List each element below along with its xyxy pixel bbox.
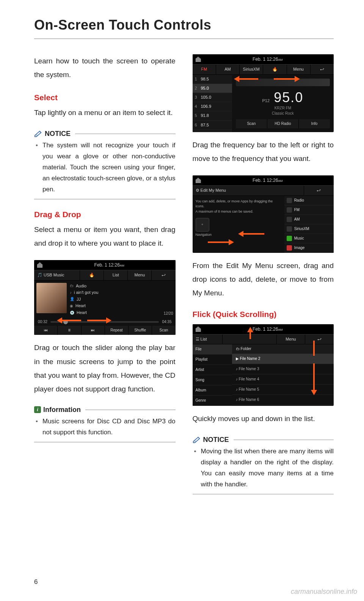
back-icon: ⮐ [152, 270, 175, 280]
track-counter: 12/20 [163, 311, 173, 316]
edit-menu-screenshot: Feb. 1 12:26AM ⚙ Edit My Menu ⮐ You can … [193, 175, 334, 253]
category-genre: Genre [193, 396, 232, 406]
arrow-right-icon [229, 239, 234, 245]
arrow-left-icon [238, 231, 243, 237]
pause-button: ⏸ [58, 326, 81, 335]
back-icon: ⮐ [305, 334, 334, 344]
station-name: KRZR FM [236, 106, 330, 111]
category-playlist: Playlist [193, 355, 232, 365]
notice-label: NOTICE [45, 130, 71, 138]
scan-button: Scan [236, 119, 267, 128]
source-label: 🎵 USB Music [34, 270, 80, 280]
fire-icon: 🔥 [80, 270, 104, 280]
frequency-bar [236, 79, 330, 86]
arrow-left-icon [57, 317, 62, 323]
menu-button: Menu [287, 65, 311, 74]
title-rule [34, 38, 334, 39]
next-button: ⏭ [82, 326, 105, 335]
back-icon: ⮐ [304, 186, 334, 195]
frequency-display: 95.0 [274, 90, 303, 105]
arrow-line [87, 320, 106, 321]
edit-menu-title: ⚙ Edit My Menu [193, 186, 304, 195]
file-row: ♪ File Name 5 [232, 385, 334, 395]
arrow-down-icon [311, 390, 317, 395]
file-row: ♪ File Name 6 [232, 395, 334, 405]
navigation-app-icon: ⌖ [196, 218, 209, 232]
spacer [223, 334, 276, 344]
shuffle-button: Shuffle [129, 326, 152, 335]
intro-text: Learn how to touch the screen to operate… [34, 54, 176, 82]
preset-label: P12 [262, 98, 270, 103]
home-icon [196, 327, 201, 332]
list-button: List [104, 270, 128, 280]
scan-button: Scan [152, 326, 175, 335]
notice-body: The system will not recognize your touch… [42, 142, 176, 193]
watermark: carmanualsonline.info [291, 588, 357, 596]
select-body: Tap lightly on a menu or an item to sele… [34, 106, 176, 120]
select-heading: Select [34, 93, 176, 102]
home-icon [196, 57, 201, 62]
file-row: ♪ File Name 4 [232, 374, 334, 385]
list-screenshot: Feb. 1 12:26AM ☰ List Menu ⮐ File Playli… [193, 324, 334, 406]
arrow-left-icon [234, 76, 239, 82]
hdradio-button: HD Radio [267, 119, 299, 128]
page-number: 6 [34, 578, 38, 586]
radio-caption: Drag the frequency bar to the left or ri… [193, 138, 334, 166]
dragdrop-heading: Drag & Drop [34, 210, 176, 219]
category-song: Song [193, 375, 232, 385]
flick-heading: Flick (Quick Scrolling) [193, 310, 334, 319]
album-art [36, 283, 67, 313]
category-album: Album [193, 385, 232, 396]
home-icon [37, 262, 42, 268]
siriusxm-tab: SiriusXM [240, 65, 263, 74]
arrow-line [62, 320, 81, 321]
info-button: Info [299, 119, 330, 128]
artist-icon: 👤 [70, 296, 74, 302]
repeat-button: Repeat [105, 326, 129, 335]
fm-tab: FM [193, 65, 216, 74]
category-file: File [193, 344, 232, 355]
album-icon: ◉ [70, 303, 73, 309]
disc-icon: 💿 [70, 310, 74, 316]
bullet-icon: • [36, 416, 38, 427]
list-title: ☰ List [193, 334, 223, 344]
bullet-icon: • [36, 140, 38, 151]
station-genre: Classic Rock [236, 111, 330, 116]
am-tab: AM [216, 65, 240, 74]
arrow-up-icon [247, 327, 253, 332]
page-title: On-Screen Touch Controls [34, 17, 334, 33]
note-icon: ♪ [70, 290, 72, 296]
menu-button: Menu [277, 334, 306, 344]
editmenu-caption: From the Edit My Menu screen, drag and d… [193, 259, 334, 300]
category-artist: Artist [193, 365, 232, 375]
radio-screenshot: Feb. 1 12:26AM FM AM SiriusXM 🔥 Menu ⮐ 1… [193, 54, 334, 132]
information-body: Music screens for Disc CD and Disc MP3 d… [42, 418, 176, 436]
callout-rule [75, 134, 175, 134]
notice-callout-1: NOTICE • The system will not recognize y… [34, 129, 176, 199]
arrow-right-icon [295, 76, 300, 82]
bullet-icon: • [194, 446, 196, 457]
fire-icon: 🔥 [263, 65, 287, 74]
information-label: Information [43, 406, 81, 414]
prev-button: ⏮ [34, 326, 58, 335]
menu-button: Menu [128, 270, 152, 280]
folder-row: 🗀 Folder [232, 344, 334, 354]
notice-icon [193, 435, 201, 444]
usb-music-screenshot: Feb. 1 12:26AM 🎵 USB Music 🔥 List Menu ⮐… [34, 260, 176, 335]
folder-icon: 🗀 [70, 283, 74, 289]
file-row: ♪ File Name 3 [232, 364, 334, 374]
flick-caption: Quickly moves up and down in the list. [193, 412, 334, 426]
arrow-right-icon [106, 317, 111, 323]
notice-body: Moving the list when there are many item… [201, 448, 334, 488]
dragdrop-body: Select a menu or item you want, then dra… [34, 223, 176, 250]
home-icon [196, 178, 201, 183]
info-icon: i [34, 406, 41, 413]
notice-icon [34, 129, 42, 138]
back-icon: ⮐ [311, 65, 334, 74]
notice-label: NOTICE [203, 436, 229, 444]
notice-callout-2: NOTICE • Moving the list when there are … [193, 435, 334, 494]
file-row: ▶ File Name 2 [232, 354, 334, 364]
dragdrop-caption: Drag or touch the slider along the play … [34, 341, 176, 396]
information-callout: i Information • Music screens for Disc C… [34, 406, 176, 442]
